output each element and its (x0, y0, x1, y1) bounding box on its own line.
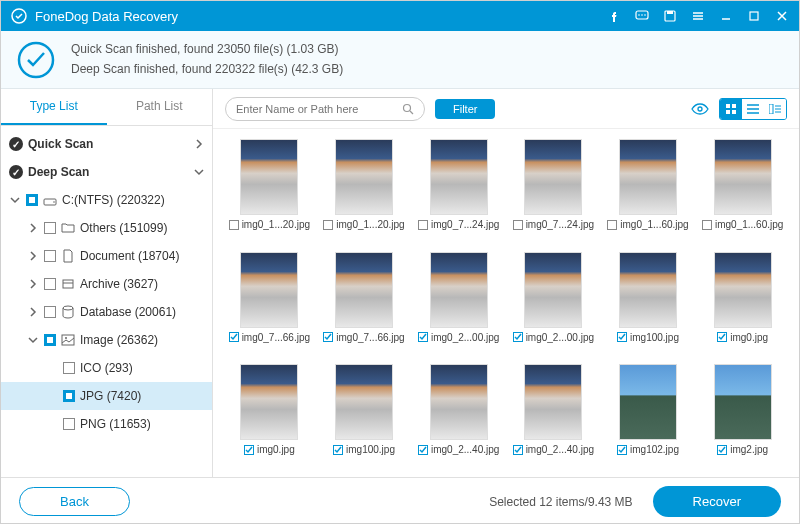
thumbnail-item[interactable]: img0_7...66.jpg (227, 252, 312, 355)
view-grid-button[interactable] (720, 99, 742, 119)
back-button[interactable]: Back (19, 487, 130, 516)
facebook-icon[interactable] (607, 9, 621, 23)
thumbnail-item[interactable]: img0_1...20.jpg (227, 139, 312, 242)
thumbnail-image[interactable] (714, 139, 772, 215)
tree-deep-scan[interactable]: ✓ Deep Scan (1, 158, 212, 186)
thumbnail-item[interactable]: img0_2...00.jpg (416, 252, 501, 355)
checkbox-icon[interactable] (63, 390, 75, 402)
thumbnail-image[interactable] (240, 364, 298, 440)
thumbnail-item[interactable]: img100.jpg (322, 364, 407, 467)
preview-toggle-icon[interactable] (691, 100, 709, 118)
tree-drive[interactable]: C:(NTFS) (220322) (1, 186, 212, 214)
thumbnail-checkbox[interactable] (617, 332, 627, 342)
thumbnail-checkbox[interactable] (617, 445, 627, 455)
tree-ico[interactable]: ICO (293) (1, 354, 212, 382)
thumbnail-checkbox[interactable] (513, 220, 523, 230)
thumbnail-image[interactable] (524, 252, 582, 328)
checkbox-icon[interactable] (44, 306, 56, 318)
thumbnail-checkbox[interactable] (513, 445, 523, 455)
thumbnail-image[interactable] (714, 364, 772, 440)
thumbnail-item[interactable]: img100.jpg (606, 252, 691, 355)
thumbnail-item[interactable]: img0_7...24.jpg (511, 139, 596, 242)
checkbox-icon[interactable] (44, 250, 56, 262)
thumbnail-item[interactable]: img0_1...60.jpg (700, 139, 785, 242)
filter-button[interactable]: Filter (435, 99, 495, 119)
thumbnail-checkbox[interactable] (702, 220, 712, 230)
tree-database[interactable]: Database (20061) (1, 298, 212, 326)
chevron-right-icon (194, 139, 204, 149)
tree-image[interactable]: Image (26362) (1, 326, 212, 354)
thumbnail-image[interactable] (714, 252, 772, 328)
checkbox-icon[interactable] (44, 334, 56, 346)
thumbnail-filename: img0_2...40.jpg (431, 444, 499, 455)
thumbnail-checkbox[interactable] (717, 332, 727, 342)
thumbnail-image[interactable] (335, 364, 393, 440)
thumbnail-checkbox[interactable] (323, 220, 333, 230)
checkbox-icon[interactable] (44, 278, 56, 290)
recover-button[interactable]: Recover (653, 486, 781, 517)
tree-quick-scan[interactable]: ✓ Quick Scan (1, 130, 212, 158)
checkbox-icon[interactable] (63, 418, 75, 430)
thumbnail-item[interactable]: img0_2...40.jpg (511, 364, 596, 467)
search-box[interactable] (225, 97, 425, 121)
thumbnail-item[interactable]: img0.jpg (700, 252, 785, 355)
tab-type-list[interactable]: Type List (1, 89, 107, 125)
checkbox-icon[interactable] (26, 194, 38, 206)
thumbnail-checkbox[interactable] (418, 220, 428, 230)
chevron-down-icon (9, 194, 21, 206)
thumbnail-checkbox[interactable] (229, 220, 239, 230)
thumbnail-item[interactable]: img2.jpg (700, 364, 785, 467)
thumbnail-item[interactable]: img102.jpg (606, 364, 691, 467)
thumbnail-item[interactable]: img0.jpg (227, 364, 312, 467)
thumbnail-checkbox[interactable] (244, 445, 254, 455)
app-title: FoneDog Data Recovery (35, 9, 607, 24)
thumbnail-checkbox[interactable] (513, 332, 523, 342)
tab-path-list[interactable]: Path List (107, 89, 213, 125)
svg-rect-18 (732, 104, 736, 108)
thumbnail-checkbox[interactable] (717, 445, 727, 455)
thumbnail-filename: img0_1...20.jpg (336, 219, 404, 230)
maximize-icon[interactable] (747, 9, 761, 23)
thumbnail-filename: img0_1...20.jpg (242, 219, 310, 230)
thumbnail-image[interactable] (240, 252, 298, 328)
thumbnail-image[interactable] (335, 139, 393, 215)
view-list-button[interactable] (742, 99, 764, 119)
thumbnail-item[interactable]: img0_1...60.jpg (606, 139, 691, 242)
thumbnail-image[interactable] (619, 364, 677, 440)
minimize-icon[interactable] (719, 9, 733, 23)
thumbnail-checkbox[interactable] (323, 332, 333, 342)
search-input[interactable] (236, 103, 402, 115)
thumbnail-image[interactable] (524, 139, 582, 215)
feedback-icon[interactable] (635, 9, 649, 23)
tree-others[interactable]: Others (151099) (1, 214, 212, 242)
thumbnail-image[interactable] (335, 252, 393, 328)
thumbnail-image[interactable] (430, 364, 488, 440)
thumbnail-image[interactable] (430, 139, 488, 215)
thumbnail-item[interactable]: img0_2...40.jpg (416, 364, 501, 467)
tree-png[interactable]: PNG (11653) (1, 410, 212, 438)
thumbnail-checkbox[interactable] (418, 332, 428, 342)
tree-document[interactable]: Document (18704) (1, 242, 212, 270)
tree-archive[interactable]: Archive (3627) (1, 270, 212, 298)
thumbnail-image[interactable] (240, 139, 298, 215)
thumbnail-image[interactable] (524, 364, 582, 440)
thumbnail-image[interactable] (619, 139, 677, 215)
thumbnail-image[interactable] (619, 252, 677, 328)
thumbnail-filename: img0_2...00.jpg (526, 332, 594, 343)
thumbnail-image[interactable] (430, 252, 488, 328)
checkbox-icon[interactable] (44, 222, 56, 234)
thumbnail-checkbox[interactable] (333, 445, 343, 455)
thumbnail-checkbox[interactable] (607, 220, 617, 230)
thumbnail-item[interactable]: img0_7...66.jpg (322, 252, 407, 355)
thumbnail-item[interactable]: img0_1...20.jpg (322, 139, 407, 242)
thumbnail-item[interactable]: img0_2...00.jpg (511, 252, 596, 355)
thumbnail-checkbox[interactable] (229, 332, 239, 342)
menu-icon[interactable] (691, 9, 705, 23)
tree-jpg[interactable]: JPG (7420) (1, 382, 212, 410)
close-icon[interactable] (775, 9, 789, 23)
thumbnail-item[interactable]: img0_7...24.jpg (416, 139, 501, 242)
thumbnail-checkbox[interactable] (418, 445, 428, 455)
view-detail-button[interactable] (764, 99, 786, 119)
save-icon[interactable] (663, 9, 677, 23)
checkbox-icon[interactable] (63, 362, 75, 374)
